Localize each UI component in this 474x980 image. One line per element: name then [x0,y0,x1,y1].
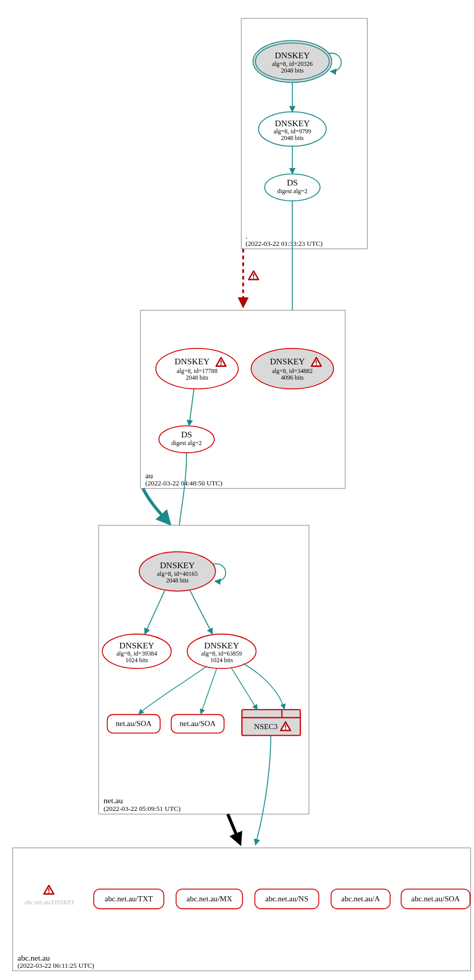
au-k2-title: DNSKEY [270,357,305,366]
netau-z1-title: DNSKEY [119,641,154,650]
node-netau-soa2: net.au/SOA [171,715,224,733]
root-zsk-title: DNSKEY [275,119,310,128]
root-zsk-l2: 2048 bits [281,134,304,142]
node-nsec3: NSEC3 [242,710,300,736]
abc-a-label: abc.net.au/A [341,895,380,903]
zone-root-ts: (2022-03-22 01:33:23 UTC) [245,240,323,247]
netau-z2-l2: 1024 bits [210,657,233,664]
root-ksk-title: DNSKEY [275,51,310,60]
netau-soa1-label: net.au/SOA [116,719,152,728]
netau-soa2-label: net.au/SOA [179,719,216,728]
root-ds-l1: digest alg=2 [277,188,307,195]
svg-rect-7 [141,310,345,488]
node-netau-ksk: DNSKEY alg=8, id=40165 2048 bits [139,552,215,591]
zone-netau-name: net.au [104,796,123,805]
abc-ns-label: abc.net.au/NS [265,895,308,903]
nsec3-label: NSEC3 [254,722,278,731]
abc-soa-label: abc.net.au/SOA [411,895,460,903]
au-k1-title: DNSKEY [175,357,210,366]
node-abc-txt: abc.net.au/TXT [94,889,164,908]
netau-ksk-title: DNSKEY [160,561,195,570]
netau-ksk-l1: alg=8, id=40165 [157,570,198,577]
root-ds-title: DS [287,178,298,188]
zone-au-ts: (2022-03-22 04:48:50 UTC) [145,479,222,487]
node-root-zsk: DNSKEY alg=8, id=9799 2048 bits [259,112,326,146]
node-netau-z1: DNSKEY alg=8, id=39384 1024 bits [102,634,171,668]
node-abc-ns: abc.net.au/NS [255,889,319,908]
svg-rect-20 [13,848,471,971]
zone-root-name: . [245,231,247,240]
node-netau-soa1: net.au/SOA [107,715,160,733]
node-netau-z2: DNSKEY alg=8, id=63859 1024 bits [187,634,256,668]
node-root-ds: DS digest alg=2 [265,174,320,201]
zone-au: au (2022-03-22 04:48:50 UTC) [141,310,345,488]
abc-txt-label: abc.net.au/TXT [105,895,153,903]
au-k1-l1: alg=8, id=17788 [177,367,218,375]
root-zsk-l1: alg=8, id=9799 [274,128,311,135]
edge-netau-to-abc-black [228,814,240,844]
warn-icon-root-au [249,271,258,279]
netau-z2-l1: alg=8, id=63859 [201,650,242,657]
netau-z1-l2: 1024 bits [125,657,148,664]
root-ksk-l2: 2048 bits [281,67,304,74]
node-au-k2: DNSKEY alg=8, id=34882 4096 bits [251,348,333,389]
zone-au-name: au [145,471,153,480]
node-au-k1: DNSKEY alg=8, id=17788 2048 bits [156,348,238,389]
abc-mx-label: abc.net.au/MX [187,895,232,903]
au-k2-l2: 4096 bits [281,374,304,381]
au-k2-l1: alg=8, id=34882 [272,367,313,375]
node-au-ds: DS digest alg=2 [159,426,214,453]
abc-dnskey-faded-label: abc.net.au/DNSKEY [25,899,75,906]
zone-abc-name: abc.net.au [17,953,50,962]
au-ds-title: DS [181,430,192,439]
edge-au-to-netau-thick [143,488,170,524]
au-k1-l2: 2048 bits [186,374,209,381]
zone-abc: abc.net.au (2022-03-22 06:11:25 UTC) [13,848,471,971]
node-abc-mx: abc.net.au/MX [176,889,242,908]
netau-z1-l1: alg=8, id=39384 [117,650,157,657]
node-abc-soa: abc.net.au/SOA [401,889,470,908]
root-ksk-l1: alg=8, id=20326 [272,60,313,67]
node-abc-a: abc.net.au/A [331,889,390,908]
zone-abc-ts: (2022-03-22 06:11:25 UTC) [17,962,94,969]
zone-netau-ts: (2022-03-22 05:09:51 UTC) [104,805,181,812]
au-ds-l1: digest alg=2 [171,439,201,447]
netau-ksk-l2: 2048 bits [166,577,189,584]
node-root-ksk: DNSKEY alg=8, id=20326 2048 bits [253,40,332,82]
netau-z2-title: DNSKEY [204,641,239,650]
